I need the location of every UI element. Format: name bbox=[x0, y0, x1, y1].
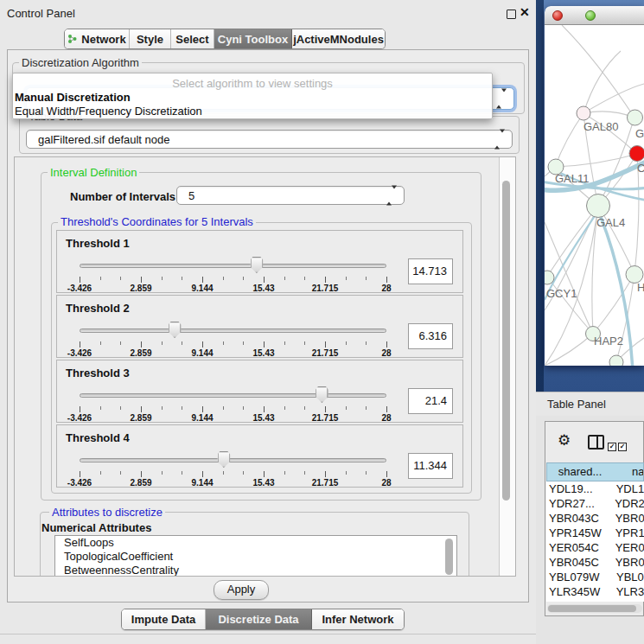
float-window-icon[interactable] bbox=[507, 10, 516, 19]
tick-label: 2.859 bbox=[130, 348, 151, 358]
discretization-algorithm-title: Discretization Algorithm bbox=[19, 57, 142, 68]
attribute-list-item[interactable]: TopologicalCoefficient bbox=[55, 550, 456, 564]
network-node-label: GAL11 bbox=[555, 172, 590, 185]
attribute-list-item[interactable]: SelfLoops bbox=[55, 536, 456, 550]
slider-track[interactable] bbox=[80, 328, 386, 333]
slider-thumb[interactable] bbox=[316, 386, 328, 403]
table-row[interactable]: YBL079W YBL0 bbox=[546, 570, 644, 584]
cell-shared-name: YLR345W bbox=[546, 584, 613, 599]
tick-mark bbox=[366, 341, 367, 345]
column-header-shared-name[interactable]: shared... bbox=[546, 462, 614, 481]
tick-label: 9.144 bbox=[191, 348, 213, 358]
apply-button[interactable]: Apply bbox=[214, 580, 269, 600]
table-row[interactable]: YLR345W YLR3 bbox=[546, 584, 644, 599]
slider-thumb[interactable] bbox=[217, 451, 230, 468]
threshold-value-field[interactable]: 11.344 bbox=[408, 453, 453, 479]
network-node[interactable] bbox=[587, 194, 610, 218]
threshold-panel: Threshold 3 -3.4262.8599.14415.4321.7152… bbox=[56, 360, 463, 423]
tick-mark bbox=[325, 277, 326, 283]
popup-item-manual[interactable]: Manual Discretization bbox=[13, 91, 492, 105]
tick-label: 2.859 bbox=[130, 284, 151, 293]
threshold-label: Threshold 2 bbox=[66, 302, 130, 315]
network-window-titlebar[interactable] bbox=[545, 6, 644, 25]
column-header-name[interactable]: na bbox=[613, 462, 644, 481]
zoom-traffic-light-icon[interactable] bbox=[585, 10, 596, 21]
threshold-value-field[interactable]: 6.316 bbox=[408, 323, 453, 349]
popup-item-equal-width[interactable]: Equal Width/Frequency Discretization bbox=[13, 105, 492, 118]
table-row[interactable]: YBR045C YBR0 bbox=[546, 555, 644, 570]
tick-mark bbox=[120, 406, 121, 410]
select-columns-icon[interactable]: ✓✓ bbox=[608, 437, 627, 452]
cell-shared-name: YBR043C bbox=[546, 511, 612, 526]
number-of-intervals-value: 5 bbox=[188, 189, 194, 202]
column-layout-icon[interactable] bbox=[588, 435, 604, 450]
table-row[interactable]: YER054C YER0 bbox=[546, 540, 644, 555]
tick-mark bbox=[202, 406, 203, 412]
table-row[interactable]: YPR145W YPR1 bbox=[546, 526, 644, 540]
attributes-group-title: Attributes to discretize bbox=[49, 507, 165, 518]
tick-label: 28 bbox=[381, 284, 391, 293]
cell-shared-name: YBL079W bbox=[546, 570, 613, 584]
tick-mark bbox=[264, 277, 265, 283]
tick-mark bbox=[141, 341, 142, 348]
network-node[interactable] bbox=[545, 271, 554, 284]
table-data-combo-value: galFiltered.sif default node bbox=[38, 133, 169, 146]
tick-mark bbox=[264, 406, 265, 412]
table-row[interactable]: YDR27... YDR2 bbox=[546, 496, 644, 511]
tick-mark bbox=[284, 471, 285, 475]
tick-mark bbox=[304, 341, 305, 345]
tab-select[interactable]: Select bbox=[171, 29, 214, 48]
tab-impute-data[interactable]: Impute Data bbox=[122, 609, 206, 629]
slider-thumb[interactable] bbox=[250, 257, 263, 273]
combo-arrows-icon bbox=[386, 189, 397, 202]
slider-thumb[interactable] bbox=[169, 322, 182, 338]
slider-track[interactable] bbox=[80, 393, 386, 398]
minimize-traffic-light-icon[interactable] bbox=[569, 10, 579, 21]
table-row[interactable]: YIL052C YIL0 bbox=[546, 599, 644, 602]
network-node-label: HAP2 bbox=[594, 335, 623, 348]
tab-network[interactable]: Network bbox=[65, 29, 130, 48]
slider-track[interactable] bbox=[80, 458, 386, 462]
tab-jactivemnodules[interactable]: jActiveMNodules bbox=[292, 29, 385, 48]
network-icon bbox=[67, 34, 77, 44]
network-node[interactable] bbox=[629, 146, 644, 162]
attributes-list-scrollbar[interactable] bbox=[445, 539, 453, 575]
tick-label: 15.43 bbox=[252, 413, 274, 423]
number-of-intervals-combo[interactable]: 5 bbox=[176, 186, 405, 205]
checkbox-icon: ✓ bbox=[618, 443, 627, 451]
network-node[interactable] bbox=[628, 110, 643, 125]
table-data-combo[interactable]: galFiltered.sif default node bbox=[26, 130, 513, 149]
cell-name: YPR1 bbox=[612, 526, 644, 540]
tab-discretize-data[interactable]: Discretize Data bbox=[206, 609, 312, 629]
screen: Control Panel ✕ Network Style Select Cyn… bbox=[0, 0, 644, 644]
tick-mark bbox=[243, 341, 244, 345]
cell-shared-name: YDL19... bbox=[546, 481, 613, 496]
tick-mark bbox=[120, 277, 121, 280]
numerical-attributes-list[interactable]: SelfLoops TopologicalCoefficient Between… bbox=[54, 535, 457, 577]
attribute-list-item[interactable]: BetweennessCentrality bbox=[55, 564, 456, 577]
close-icon[interactable]: ✕ bbox=[520, 5, 530, 19]
table-row[interactable]: YDL19... YDL1 bbox=[546, 481, 644, 496]
table-panel-title: Table Panel bbox=[547, 398, 606, 411]
threshold-value-field[interactable]: 14.713 bbox=[408, 258, 453, 284]
gear-icon[interactable]: ⚙ bbox=[558, 431, 571, 450]
tick-mark bbox=[100, 406, 101, 410]
network-node-label: GCY1 bbox=[546, 287, 577, 300]
close-traffic-light-icon[interactable] bbox=[552, 10, 563, 21]
network-node-label: C bbox=[637, 162, 644, 175]
tick-label: 28 bbox=[381, 413, 391, 423]
threshold-value-field[interactable]: 21.4 bbox=[408, 388, 453, 414]
table-row[interactable]: YBR043C YBR0 bbox=[546, 511, 644, 526]
table-hscrollbar-thumb[interactable] bbox=[548, 605, 636, 612]
network-node[interactable] bbox=[577, 106, 590, 120]
top-tab-bar: Network Style Select Cyni Toolbox jActiv… bbox=[64, 29, 386, 49]
tick-label: 9.144 bbox=[191, 284, 213, 293]
tab-infer-network[interactable]: Infer Network bbox=[312, 609, 404, 629]
network-canvas[interactable]: GAL80GACGAL11GAL4GCY1HHAP2 bbox=[545, 25, 644, 366]
tab-cyni-toolbox[interactable]: Cyni Toolbox bbox=[214, 29, 292, 48]
network-node[interactable] bbox=[609, 355, 623, 366]
tab-style[interactable]: Style bbox=[130, 29, 171, 48]
scrollbar-thumb[interactable] bbox=[502, 181, 510, 501]
cell-name: YDL1 bbox=[613, 481, 644, 496]
slider-track[interactable] bbox=[80, 264, 386, 268]
